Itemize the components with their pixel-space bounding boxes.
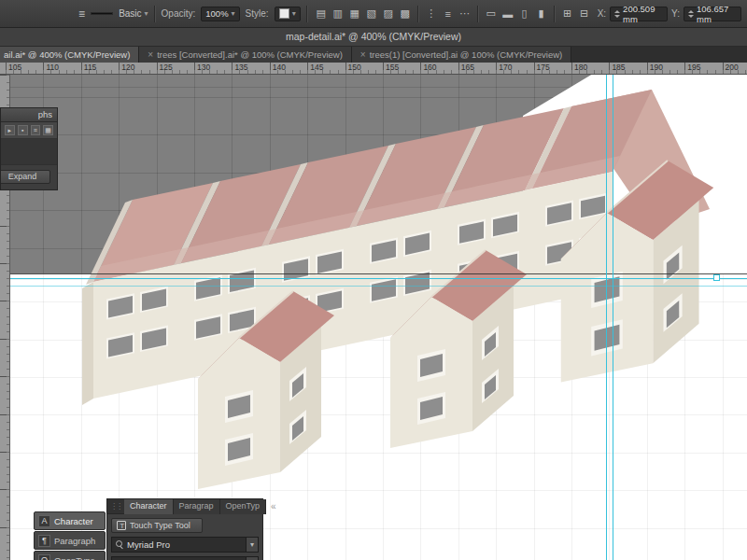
opentype-panel-icon: O xyxy=(38,554,50,560)
font-style-input[interactable]: Regular xyxy=(111,556,247,560)
mini-panel-icon[interactable]: ≡ xyxy=(31,125,41,135)
ruler-tick xyxy=(307,63,308,74)
dock-item-opentype[interactable]: OOpenType xyxy=(34,551,106,560)
distribute-vertical-icon[interactable]: ⋮ xyxy=(424,7,439,21)
separator xyxy=(306,6,308,22)
y-label: Y: xyxy=(671,8,680,19)
ruler-tick xyxy=(420,63,421,74)
chevron-down-icon: ▾ xyxy=(145,9,148,18)
align-left-icon[interactable]: ▤ xyxy=(314,7,329,21)
ruler-tick xyxy=(647,63,648,74)
opacity-field[interactable]: 100% ▾ xyxy=(201,7,239,21)
mini-panel-icon[interactable]: ▸ xyxy=(5,125,15,135)
document-tab[interactable]: ×trees(1) [Converted].ai @ 100% (CMYK/Pr… xyxy=(352,47,571,63)
mini-panel-icon[interactable]: ▪ xyxy=(18,125,28,135)
brush-definition-value: Basic xyxy=(119,8,141,19)
align-center-icon[interactable]: ▥ xyxy=(331,7,345,21)
vertical-guide[interactable] xyxy=(613,75,613,560)
shape-3-icon[interactable]: ▯ xyxy=(517,7,532,21)
ruler-label: 200 xyxy=(726,63,739,72)
font-family-input[interactable]: Myriad Pro xyxy=(111,537,247,553)
x-input[interactable]: 200.509 mm xyxy=(610,7,668,21)
ruler-tick xyxy=(571,63,572,74)
character-panel: ⋮⋮ CharacterParagrapOpenTyp « Touch Type… xyxy=(106,498,263,560)
panel-menu-icon[interactable]: ≡ xyxy=(78,7,85,21)
ruler-label: 120 xyxy=(121,63,134,72)
ruler-tick xyxy=(345,63,346,74)
ruler-label: 165 xyxy=(461,63,474,72)
font-family-dropdown[interactable]: ▾ xyxy=(247,537,259,553)
expand-button[interactable]: Expand xyxy=(0,170,50,184)
mini-panel-tab[interactable]: phs xyxy=(1,108,57,122)
style-field[interactable]: ▾ xyxy=(275,7,301,21)
ruler-tick xyxy=(534,63,535,74)
ruler-tick xyxy=(684,63,685,74)
opacity-value: 100% xyxy=(205,8,228,19)
dock-item-label: OpenType xyxy=(54,555,95,560)
y-input[interactable]: 106.657 mm xyxy=(684,7,741,21)
grid-plus-icon[interactable]: ⊞ xyxy=(560,7,575,21)
panel-dock: ACharacter¶ParagraphOOpenType xyxy=(34,511,106,560)
panel-tab-paragrap[interactable]: Paragrap xyxy=(174,499,220,514)
brush-definition-dropdown[interactable]: Basic ▾ xyxy=(119,8,148,19)
ruler-tick xyxy=(609,63,610,74)
shape-1-icon[interactable]: ▭ xyxy=(484,7,499,21)
guide-anchor-handle[interactable] xyxy=(713,274,720,281)
ruler-tick xyxy=(383,63,384,74)
ruler-label: 150 xyxy=(348,63,361,72)
separator xyxy=(417,6,419,22)
vertical-guide[interactable] xyxy=(606,75,607,560)
align-top-icon[interactable]: ▧ xyxy=(364,7,379,21)
dock-item-paragraph[interactable]: ¶Paragraph xyxy=(34,531,106,550)
touch-type-icon xyxy=(117,521,126,530)
document-tab[interactable]: ail.ai* @ 400% (CMYK/Preview) xyxy=(0,47,139,63)
horizontal-guide[interactable] xyxy=(0,278,747,279)
align-bottom-icon[interactable]: ▩ xyxy=(398,7,413,21)
mini-panel-content xyxy=(1,139,57,165)
ruler-label: 125 xyxy=(160,63,173,72)
separator xyxy=(154,6,156,22)
window-title: map-detail.ai* @ 400% (CMYK/Preview) xyxy=(0,28,747,47)
align-right-icon[interactable]: ▦ xyxy=(347,7,362,21)
dock-item-character[interactable]: ACharacter xyxy=(34,511,106,530)
distribute-spacing-icon[interactable]: ⋯ xyxy=(458,7,472,21)
dock-item-label: Character xyxy=(54,516,93,526)
character-panel-tabs: CharacterParagrapOpenTyp xyxy=(124,499,266,514)
artboard-edge xyxy=(0,273,747,274)
control-bar: ≡ Basic ▾ Opacity: 100% ▾ Style: ▾ ▤▥▦▧▨… xyxy=(0,0,747,28)
stepper-icon[interactable] xyxy=(614,10,620,18)
style-label: Style: xyxy=(246,8,269,19)
ruler-label: 160 xyxy=(423,63,436,72)
grid-minus-icon[interactable]: ⊟ xyxy=(577,7,592,21)
panel-tab-character[interactable]: Character xyxy=(124,499,174,514)
ruler-tick xyxy=(194,63,195,74)
touch-type-tool-button[interactable]: Touch Type Tool xyxy=(111,518,203,533)
align-middle-icon[interactable]: ▨ xyxy=(381,7,396,21)
ruler-label: 170 xyxy=(499,63,512,72)
mini-panel-icon[interactable]: ▦ xyxy=(43,125,53,135)
ruler-tick xyxy=(81,63,82,74)
distribute-horizontal-icon[interactable]: ≡ xyxy=(441,7,456,21)
ruler-label: 175 xyxy=(537,63,550,72)
tab-close-icon[interactable]: × xyxy=(360,49,366,60)
collapse-panel-icon[interactable]: « xyxy=(266,501,281,511)
ruler-tick xyxy=(232,63,233,74)
tab-close-icon[interactable]: × xyxy=(148,49,153,60)
document-tab[interactable]: ×trees [Converted].ai* @ 100% (CMYK/Prev… xyxy=(139,47,352,63)
stroke-preview[interactable] xyxy=(91,12,113,15)
shape-4-icon[interactable]: ▮ xyxy=(534,7,549,21)
style-swatch xyxy=(279,8,289,19)
ruler-tick xyxy=(119,63,120,74)
stepper-icon[interactable] xyxy=(688,10,694,18)
panel-tab-opentyp[interactable]: OpenTyp xyxy=(220,499,267,514)
opacity-label: Opacity: xyxy=(162,8,196,19)
font-style-dropdown[interactable]: ▾ xyxy=(247,556,259,560)
shape-2-icon[interactable]: ▬ xyxy=(500,7,515,21)
ruler-label: 135 xyxy=(234,63,247,72)
horizontal-guide[interactable] xyxy=(0,286,747,287)
canvas[interactable] xyxy=(0,75,747,560)
illustrator-window: ≡ Basic ▾ Opacity: 100% ▾ Style: ▾ ▤▥▦▧▨… xyxy=(0,0,747,560)
drag-grip-icon[interactable]: ⋮⋮ xyxy=(107,502,124,511)
ruler-label: 185 xyxy=(612,63,625,72)
document-tabs: ail.ai* @ 400% (CMYK/Preview)×trees [Con… xyxy=(0,47,747,63)
